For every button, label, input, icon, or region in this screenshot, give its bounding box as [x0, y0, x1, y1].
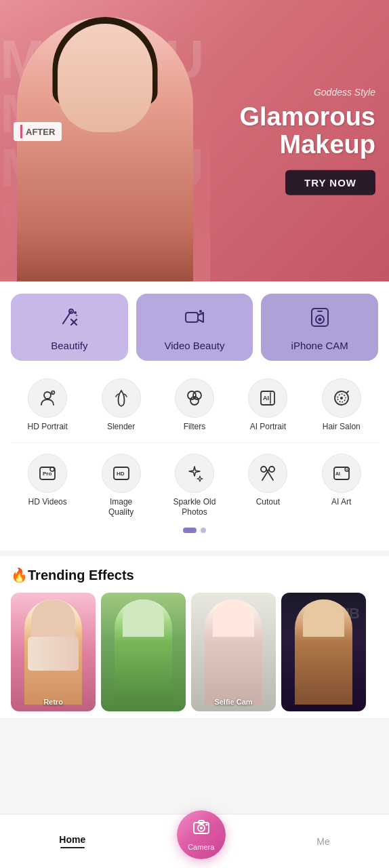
trend-bg-dark: VIB	[281, 593, 366, 711]
svg-text:AI: AI	[263, 395, 269, 401]
secondary-icons: + HD Portrait Slender	[11, 373, 378, 443]
hair-salon-label: Hair Salon	[323, 422, 361, 431]
try-now-button[interactable]: TRY NOW	[285, 170, 375, 195]
ai-art-item[interactable]: AI ✦ AI Art	[318, 454, 365, 517]
cutout-item[interactable]: Cutout	[244, 454, 291, 517]
hd-videos-label: HD Videos	[28, 497, 67, 507]
nav-home[interactable]: Home	[32, 834, 112, 848]
trend-card-nature[interactable]	[101, 593, 186, 711]
filters-icon-circle	[175, 378, 214, 418]
home-label: Home	[59, 834, 85, 845]
beautify-icon	[58, 306, 81, 334]
hair-salon-icon-circle	[322, 378, 361, 418]
trending-title: 🔥Trending Effects	[11, 567, 378, 583]
ai-portrait-label: AI Portrait	[250, 422, 286, 431]
beautify-label: Beautify	[51, 340, 87, 351]
sparkle-old-photos-item[interactable]: Sparkle OldPhotos	[171, 454, 218, 517]
svg-rect-3	[186, 313, 198, 322]
image-quality-item[interactable]: HD ImageQuality	[98, 454, 145, 517]
person-head	[58, 24, 152, 132]
third-icons: Pro HD Videos HD ImageQuality	[11, 443, 378, 522]
video-beauty-icon	[183, 306, 206, 334]
hd-videos-item[interactable]: Pro HD Videos	[24, 454, 71, 517]
trend-card-soft[interactable]: Selfie Cam	[191, 593, 276, 711]
svg-text:Pro: Pro	[43, 471, 52, 477]
svg-point-1	[74, 311, 77, 314]
bottom-nav: Home Camera Me	[0, 814, 389, 868]
home-underline	[60, 847, 85, 848]
camera-fab-label: Camera	[188, 843, 214, 851]
title-line2: Makeup	[280, 130, 375, 159]
beautify-card[interactable]: Beautify	[11, 294, 128, 361]
trend-bg-pink	[11, 593, 96, 711]
nav-me[interactable]: Me	[289, 836, 356, 847]
banner-content: Goddess Style Glamorous Makeup TRY NOW	[239, 86, 375, 195]
slender-icon-circle	[102, 378, 141, 418]
svg-point-22	[50, 467, 54, 471]
svg-point-4	[199, 310, 202, 313]
page-dots	[11, 522, 378, 544]
svg-point-35	[205, 824, 207, 826]
title-line1: Glamorous	[239, 102, 375, 130]
ai-portrait-item[interactable]: AI AI Portrait	[244, 378, 291, 431]
person-silhouette	[17, 17, 193, 281]
filters-item[interactable]: Filters	[171, 378, 218, 431]
section-spacer	[0, 718, 389, 786]
svg-point-5	[201, 313, 203, 315]
after-line	[20, 125, 22, 138]
page-dot-1[interactable]	[183, 528, 197, 533]
hd-portrait-label: HD Portrait	[28, 422, 68, 431]
trend-card-vip[interactable]: VIB	[281, 593, 366, 711]
after-badge: AFTER	[14, 122, 62, 141]
camera-fab-icon	[192, 818, 211, 842]
banner: MAKEU MAKE MAKEU MAKE AFTER Goddess Styl…	[0, 0, 389, 281]
trend-bg-green	[101, 593, 186, 711]
svg-point-33	[200, 827, 203, 829]
glamorous-title: Glamorous Makeup	[239, 102, 375, 159]
iphone-cam-icon	[308, 306, 331, 334]
ai-portrait-icon-circle: AI	[248, 378, 287, 418]
cutout-icon-circle	[248, 454, 287, 493]
svg-point-2	[76, 315, 78, 317]
ai-art-icon-circle: AI ✦	[322, 454, 361, 493]
video-beauty-card[interactable]: Video Beauty	[136, 294, 253, 361]
cutout-label: Cutout	[256, 497, 280, 507]
page-dot-2[interactable]	[201, 528, 206, 533]
trend-label-retro: Retro	[16, 698, 90, 706]
image-quality-icon-circle: HD	[102, 454, 141, 493]
hair-salon-item[interactable]: Hair Salon	[318, 378, 365, 431]
main-cards: Beautify Video Beauty	[11, 294, 378, 361]
svg-point-25	[261, 467, 266, 472]
svg-point-19	[340, 397, 343, 399]
video-beauty-label: Video Beauty	[165, 340, 225, 351]
trend-card-retro[interactable]: Retro	[11, 593, 96, 711]
svg-text:AI: AI	[335, 471, 340, 476]
hd-videos-icon-circle: Pro	[28, 454, 67, 493]
me-label: Me	[316, 836, 329, 847]
image-quality-label: ImageQuality	[108, 497, 134, 517]
svg-rect-9	[317, 311, 323, 312]
svg-point-8	[318, 318, 321, 321]
iphone-cam-card[interactable]: iPhone CAM	[261, 294, 378, 361]
trending-grid: Retro Selfie Cam VIB	[11, 593, 378, 718]
camera-fab-button[interactable]: Camera	[177, 810, 226, 859]
iphone-cam-label: iPhone CAM	[291, 340, 348, 351]
goddess-style-label: Goddess Style	[239, 86, 375, 97]
trending-section: 🔥Trending Effects Retro	[0, 556, 389, 718]
svg-text:+: +	[52, 391, 54, 395]
sparkle-old-photos-label: Sparkle OldPhotos	[173, 497, 216, 517]
features-section: Beautify Video Beauty	[0, 281, 389, 551]
after-label: AFTER	[26, 127, 55, 137]
slender-item[interactable]: Slender	[98, 378, 145, 431]
svg-point-26	[269, 467, 274, 472]
svg-text:HD: HD	[117, 471, 125, 477]
filters-label: Filters	[184, 422, 206, 431]
svg-text:✦: ✦	[346, 467, 348, 471]
slender-label: Slender	[107, 422, 135, 431]
hd-portrait-icon-circle: +	[28, 378, 67, 418]
hd-portrait-item[interactable]: + HD Portrait	[24, 378, 71, 431]
svg-point-10	[44, 392, 51, 399]
trend-label-soft: Selfie Cam	[197, 698, 270, 706]
trend-bg-white	[191, 593, 276, 711]
ai-art-label: AI Art	[331, 497, 351, 507]
